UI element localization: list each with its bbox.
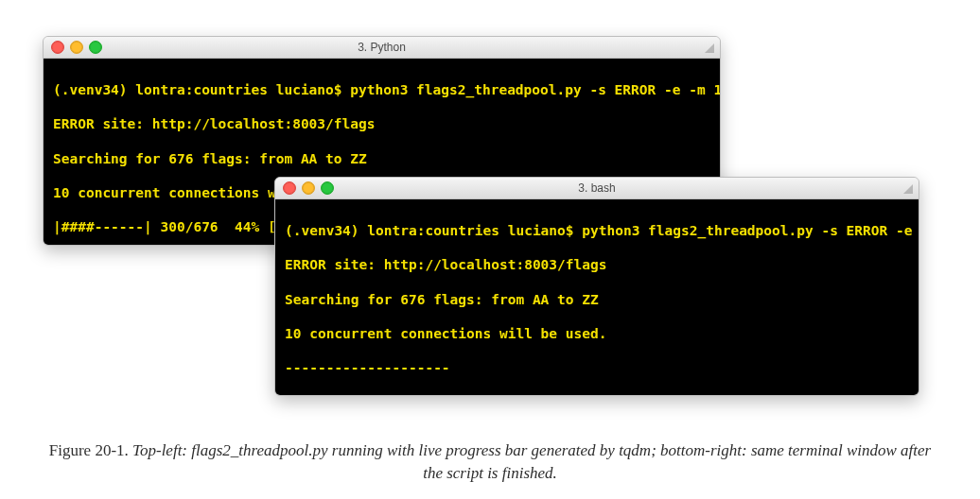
resize-grip-icon[interactable] (703, 42, 714, 53)
terminal-line: 147 flags downloaded. (285, 393, 909, 396)
terminal-window-bash: 3. bash (.venv34) lontra:countries lucia… (274, 177, 919, 396)
traffic-lights (283, 181, 334, 195)
terminal-line: 10 concurrent connections will be used. (285, 325, 909, 342)
window-title: 3. Python (44, 41, 720, 54)
minimize-button-icon[interactable] (70, 41, 83, 54)
zoom-button-icon[interactable] (321, 181, 334, 195)
terminal-line: (.venv34) lontra:countries luciano$ pyth… (53, 81, 710, 98)
window-titlebar: 3. Python (44, 37, 720, 59)
close-button-icon[interactable] (51, 41, 64, 54)
figure-caption-text: Top-left: flags2_threadpool.py running w… (129, 441, 931, 483)
terminal-body-bash[interactable]: (.venv34) lontra:countries luciano$ pyth… (275, 199, 919, 396)
terminal-line: Searching for 676 flags: from AA to ZZ (285, 291, 909, 308)
figure-caption: Figure 20-1. Top-left: flags2_threadpool… (0, 439, 980, 486)
window-title: 3. bash (275, 181, 919, 195)
terminal-line: (.venv34) lontra:countries luciano$ pyth… (285, 222, 909, 239)
terminal-line: Searching for 676 flags: from AA to ZZ (53, 150, 710, 167)
terminal-line: ERROR site: http://localhost:8003/flags (285, 256, 909, 273)
traffic-lights (51, 41, 102, 54)
window-titlebar: 3. bash (275, 178, 919, 199)
zoom-button-icon[interactable] (89, 41, 102, 54)
resize-grip-icon[interactable] (901, 182, 913, 194)
terminal-line: ERROR site: http://localhost:8003/flags (53, 115, 710, 132)
terminal-line: -------------------- (285, 359, 909, 376)
figure-label: Figure 20-1. (49, 441, 129, 459)
minimize-button-icon[interactable] (302, 181, 315, 195)
close-button-icon[interactable] (283, 181, 296, 195)
figure-stage: 3. Python (.venv34) lontra:countries luc… (0, 0, 980, 499)
